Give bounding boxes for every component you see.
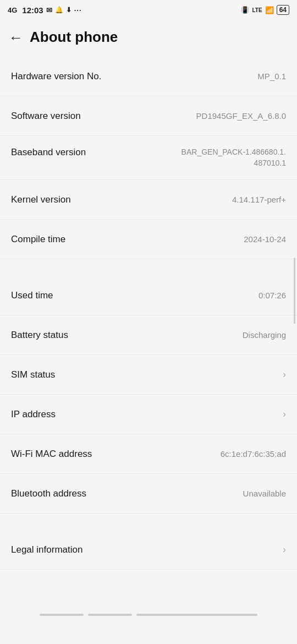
bluetooth-address-label: Bluetooth address — [11, 488, 86, 499]
wifi-mac-value: 6c:1e:d7:6c:35:ad — [101, 449, 286, 459]
bluetooth-address-row: Bluetooth address Unavailable — [0, 474, 297, 514]
hardware-version-label: Hardware version No. — [11, 71, 101, 82]
status-left: 4G 12:03 ✉ 🔔 ⬇ ··· — [8, 6, 82, 15]
ip-address-label: IP address — [11, 409, 56, 420]
used-time-label: Used time — [11, 290, 53, 301]
lte-icon: LTE — [252, 7, 262, 13]
legal-information-chevron-icon: › — [283, 544, 286, 555]
battery-status-row: Battery status Discharging — [0, 315, 297, 355]
software-version-row: Software version PD1945GF_EX_A_6.8.0 — [0, 96, 297, 136]
spacer-2 — [0, 514, 297, 530]
bottom-bar-3 — [136, 614, 257, 616]
ip-address-chevron-icon: › — [283, 408, 286, 420]
hardware-version-value: MP_0.1 — [110, 72, 286, 81]
compile-time-value: 2024-10-24 — [74, 234, 286, 244]
email-icon: ✉ — [46, 6, 52, 14]
sim-status-row[interactable]: SIM status › — [0, 355, 297, 395]
spacer-3 — [0, 570, 297, 603]
status-info-group: Used time 0:07:26 Battery status Dischar… — [0, 276, 297, 514]
more-icon: ··· — [74, 6, 82, 14]
bottom-indicator — [0, 603, 297, 621]
kernel-version-row: Kernel version 4.14.117-perf+ — [0, 180, 297, 220]
legal-information-row[interactable]: Legal information › — [0, 530, 297, 570]
sim-status-label: SIM status — [11, 369, 55, 380]
status-bar: 4G 12:03 ✉ 🔔 ⬇ ··· 📳 LTE 📶 64 — [0, 0, 297, 20]
battery-icon: 64 — [277, 5, 289, 15]
wifi-icon: 📶 — [265, 6, 274, 14]
baseband-version-label: Baseband version — [11, 147, 86, 158]
top-bar: ← About phone — [0, 20, 297, 57]
legal-info-group: Legal information › — [0, 530, 297, 570]
time-display: 12:03 — [22, 6, 43, 15]
bottom-bar-2 — [88, 614, 132, 616]
compile-time-row: Compile time 2024-10-24 — [0, 220, 297, 259]
signal-strength-icon: 4G — [8, 6, 17, 14]
back-arrow-icon: ← — [9, 30, 23, 45]
scroll-indicator — [294, 258, 295, 324]
back-button[interactable]: ← — [9, 30, 23, 45]
baseband-version-row: Baseband version BAR_GEN_PACK-1.486680.1… — [0, 136, 297, 180]
wifi-mac-label: Wi-Fi MAC address — [11, 449, 92, 460]
sim-status-chevron-icon: › — [283, 369, 286, 380]
content-area: Hardware version No. MP_0.1 Software ver… — [0, 57, 297, 603]
legal-information-label: Legal information — [11, 544, 82, 555]
spacer-1 — [0, 259, 297, 276]
battery-status-label: Battery status — [11, 330, 68, 341]
used-time-row: Used time 0:07:26 — [0, 276, 297, 315]
download-icon: ⬇ — [66, 6, 72, 14]
vibrate-icon: 📳 — [241, 6, 249, 14]
used-time-value: 0:07:26 — [62, 291, 286, 300]
bottom-bar-1 — [40, 614, 84, 616]
page-title: About phone — [30, 29, 118, 46]
software-version-label: Software version — [11, 111, 81, 122]
compile-time-label: Compile time — [11, 234, 65, 245]
kernel-version-value: 4.14.117-perf+ — [80, 195, 286, 204]
battery-status-value: Discharging — [77, 330, 286, 340]
software-version-value: PD1945GF_EX_A_6.8.0 — [90, 111, 286, 121]
bluetooth-address-value: Unavailable — [95, 489, 286, 498]
ip-address-row[interactable]: IP address › — [0, 395, 297, 434]
version-info-group: Hardware version No. MP_0.1 Software ver… — [0, 57, 297, 259]
wifi-mac-row: Wi-Fi MAC address 6c:1e:d7:6c:35:ad — [0, 434, 297, 474]
legal-information-right: › — [82, 544, 286, 555]
sim-status-right: › — [55, 369, 286, 380]
baseband-version-value: BAR_GEN_PACK-1.486680.1.487010.1 — [95, 147, 286, 168]
kernel-version-label: Kernel version — [11, 194, 71, 205]
status-right: 📳 LTE 📶 64 — [241, 5, 289, 15]
ip-address-right: › — [56, 408, 286, 420]
hardware-version-row: Hardware version No. MP_0.1 — [0, 57, 297, 96]
notification-icon: 🔔 — [55, 6, 63, 14]
